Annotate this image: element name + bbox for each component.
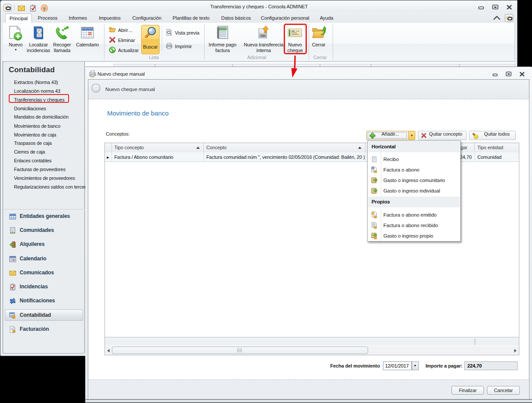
svg-text:N34: N34 [261,34,266,37]
